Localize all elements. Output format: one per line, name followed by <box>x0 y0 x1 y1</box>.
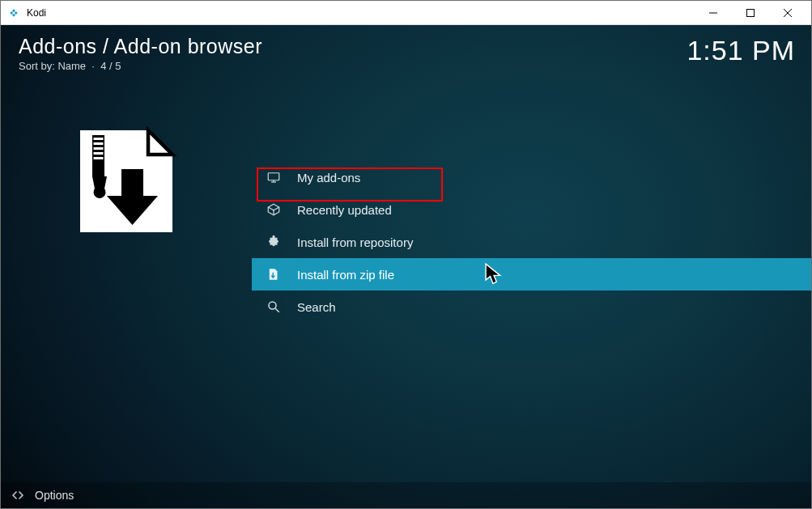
options-label: Options <box>35 489 74 502</box>
zip-file-large-icon <box>66 121 187 245</box>
menu-item-label: Recently updated <box>297 203 392 217</box>
footer-bar[interactable]: Options <box>1 482 811 508</box>
svg-rect-8 <box>92 135 104 176</box>
menu-list: My add-ons Recently updated Install from… <box>252 72 811 482</box>
close-button[interactable] <box>769 1 806 25</box>
monitor-icon <box>265 170 283 185</box>
svg-rect-0 <box>12 9 15 12</box>
side-panel <box>1 72 252 482</box>
titlebar: Kodi <box>1 1 811 25</box>
svg-rect-14 <box>268 173 279 180</box>
main-area: My add-ons Recently updated Install from… <box>1 72 811 482</box>
breadcrumb: Add-ons / Add-on browser <box>19 35 687 58</box>
kodi-app: Add-ons / Add-on browser Sort by: Name ·… <box>1 25 811 508</box>
list-position: 4 / 5 <box>100 60 121 72</box>
menu-item-label: My add-ons <box>297 171 360 185</box>
svg-rect-13 <box>94 157 104 159</box>
kodi-logo-icon <box>7 6 20 19</box>
minimize-button[interactable] <box>695 1 732 25</box>
menu-item-install-repository[interactable]: Install from repository <box>252 226 811 258</box>
svg-rect-12 <box>94 152 104 155</box>
header: Add-ons / Add-on browser Sort by: Name ·… <box>1 25 811 72</box>
window-title: Kodi <box>27 7 46 19</box>
search-icon <box>265 299 283 314</box>
clock: 1:51 PM <box>687 35 795 66</box>
maximize-button[interactable] <box>732 1 769 25</box>
menu-item-install-zip[interactable]: Install from zip file <box>252 258 811 291</box>
menu-item-label: Install from zip file <box>297 268 394 282</box>
menu-item-label: Install from repository <box>297 235 413 249</box>
menu-item-my-addons[interactable]: My add-ons <box>252 161 811 193</box>
puzzle-icon <box>265 235 283 249</box>
menu-item-recently-updated[interactable]: Recently updated <box>252 193 811 226</box>
svg-rect-5 <box>747 9 755 16</box>
svg-line-19 <box>275 308 279 312</box>
svg-rect-2 <box>10 11 13 15</box>
svg-rect-10 <box>94 142 104 145</box>
svg-rect-9 <box>94 138 104 140</box>
menu-item-label: Search <box>297 300 336 314</box>
svg-rect-3 <box>12 13 15 16</box>
svg-rect-1 <box>15 11 18 15</box>
zip-down-icon <box>265 267 283 282</box>
svg-point-18 <box>269 302 276 309</box>
menu-item-search[interactable]: Search <box>252 291 811 323</box>
svg-rect-11 <box>94 147 104 150</box>
sort-line: Sort by: Name · 4 / 5 <box>19 60 687 72</box>
options-icon <box>11 488 25 503</box>
app-window: Kodi Add-ons / Add-on browser Sort by: N… <box>0 0 812 509</box>
sort-label: Sort by: Name <box>19 60 86 72</box>
box-icon <box>265 202 283 217</box>
